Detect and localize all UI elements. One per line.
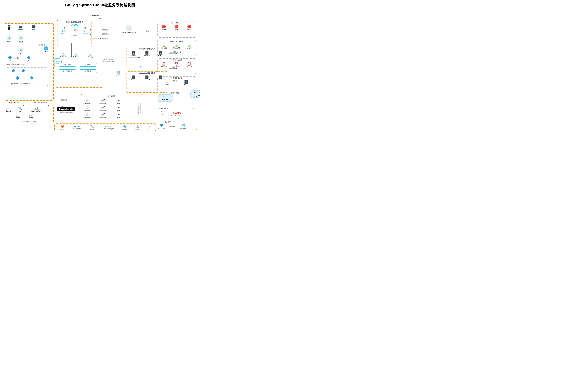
mq-region: 生产/消费 🐇RabbitMQ 🐇RabbitMQ 🐇RabbitMQ 🚀Roc…	[81, 94, 142, 127]
page-title: GitEgg Spring Cloud微服务系统架构图	[0, 0, 200, 9]
gateway3-label: Gateway	[87, 56, 93, 58]
filebeat-label: filebeat	[6, 110, 11, 112]
svg-text:链路追踪: 链路追踪	[61, 99, 67, 101]
ha-slave: 🔷 备	[27, 56, 31, 62]
springboot-cluster2-region: SpringBoot微服务集群 🗄️ Server-A 🗄️ Server-B …	[126, 71, 167, 93]
rollback-label: 回滚	[192, 107, 196, 110]
mybatis-box: MyBatis	[158, 98, 172, 102]
mongodb3-label: MongoDB	[186, 47, 192, 49]
flow-limit-label: 流量限制	[85, 64, 91, 66]
mq-title: 生产/消费	[108, 95, 115, 98]
rocketmq3-label: RocketMQ	[100, 116, 106, 118]
nexus-label: Nexux/Maven	[73, 128, 81, 129]
redis3-label: Redis	[187, 29, 191, 30]
dist-log-label: 分布式日志管理平台	[21, 121, 36, 123]
heartbeat-label: Heartbeat	[14, 57, 20, 59]
redis1-label: Redis	[162, 29, 166, 30]
mybatis-plus-label: MyBatis-Plus	[195, 95, 200, 97]
mycat-label: Mycat读写分离	[158, 107, 168, 110]
nacos-main-label: NACOS	[58, 23, 91, 26]
auth-label: 统一权限认证	[63, 70, 72, 72]
rocketmq2-label: RocketMQ	[100, 110, 106, 111]
kafka2-label: Kafka	[117, 110, 121, 111]
xxljob3-label: XXL-JOB	[186, 66, 192, 68]
mysql-slave-label: Mysql（备）	[180, 128, 188, 130]
devops-region: 🦊 GitLab nexus Nexux/Maven 🔧 Jenkins son…	[54, 123, 156, 131]
minio-label: MinIO	[184, 84, 188, 86]
nginx-node2: 🔷	[21, 69, 25, 73]
nacos-region: 服务发现注册/配置中心 NACOS 注册 ⬡ NACOS 注册 注册 ⬡ NAC…	[57, 20, 91, 47]
register3-label: 注册	[83, 27, 88, 29]
rabbitmq1-label: RabbitMQ	[84, 102, 90, 104]
jdbc-label: JDBC	[163, 96, 167, 97]
sonar-label: Sonar/SonarQube	[103, 128, 114, 130]
gateway1-block: △ Gateway	[60, 52, 66, 58]
springboot-cluster1-region: SpringBoot微服务集群 🗄️ Server-A 🗄️ Server-B …	[126, 47, 167, 69]
server-b2-label: Server-B	[144, 79, 149, 81]
seata-label: 分布式事务Seata	[170, 115, 181, 117]
ddos-block: ⚙️ DDOS	[7, 35, 12, 43]
redis2-label: Redis	[174, 29, 179, 30]
data-persist-region: JDBC Druid/HikariCP MyBatis MyBatis-Plus…	[156, 93, 197, 130]
server-c2-label: Server-C	[157, 79, 163, 81]
harbor-label: Harbor	[135, 129, 140, 130]
ribbon-label: Ribbon负载均衡 限流、熔断、降级	[103, 58, 114, 62]
filter-box: 请求过滤	[80, 69, 97, 73]
rocketmq1-label: RocketMQ	[100, 102, 106, 104]
master-slave-label: 主从复制	[165, 121, 171, 123]
druid-label: Druid/HikariCP	[194, 91, 200, 93]
server-c1-label: Server-C	[157, 55, 163, 56]
devops-label: DevOps 持续集成（CI）和持续交付（CD）	[64, 132, 98, 132]
ha-master-label: 主	[9, 60, 11, 62]
rabbitmq2-label: RabbitMQ	[84, 110, 90, 111]
feign-label: Fegin	[139, 69, 143, 71]
xxljob2-label: XXL-JOB	[173, 66, 180, 68]
mongodb2-label: MongoDB	[173, 47, 180, 49]
spring-boot-admin: 📊 Spring Boot Admin监控	[122, 25, 136, 33]
msg-middleware-label: 消 息 中 间 件	[137, 103, 141, 114]
service-monitor-label: 服务监控	[91, 14, 98, 17]
cdn-block: 🌐 CDN	[43, 46, 48, 52]
vip-label: VIP	[20, 53, 22, 55]
es-block: 🔍 es	[18, 107, 22, 112]
nacos-region-title: 服务发现注册/配置中心	[58, 21, 91, 23]
kibana-label: kibana+graf ana	[31, 110, 41, 112]
auth-box: 统一权限认证	[59, 69, 76, 73]
server-a2-label: Server-A	[131, 79, 136, 81]
sentinel-label: Sentinel	[116, 75, 122, 77]
gateway-region: △ Gateway △ Gateway △ Gateway 路由转发 流量限制 …	[56, 50, 103, 88]
master-hot-label: 主备热切	[170, 126, 176, 128]
nacos-register-label: 注册	[73, 35, 76, 37]
svg-text:应用服务日志采集: 应用服务日志采集	[34, 102, 47, 103]
springboot-cluster2-title: SpringBoot微服务集群	[127, 72, 167, 74]
vip-block: 📡 VIP	[18, 47, 23, 55]
svg-text:Nginx日志采集: Nginx日志采集	[9, 102, 20, 103]
redis-cluster-region: Redis Cluster 🔴 Redis 🔴 Redis 🔴 Redis	[157, 21, 196, 38]
spring-boot-admin-label: Spring Boot Admin监控	[122, 31, 136, 33]
server-a1-label: Server-A	[131, 55, 136, 56]
skywalking-logo: Skywalking▶	[57, 107, 75, 111]
filter-label: 请求过滤	[85, 70, 91, 72]
svg-text:拉取配置: 拉取配置	[102, 38, 108, 39]
svg-marker-11	[100, 38, 101, 39]
seata-text: SEATA	[173, 112, 181, 114]
gateway2-label: Gateway	[73, 56, 79, 58]
ha-label: HAProxy+Keepalived高可用	[7, 64, 25, 66]
docker-label: Docker	[122, 129, 127, 130]
flow-limit-box: 流量限制	[80, 63, 97, 67]
register1-label: 注册	[61, 27, 66, 29]
kibana-block: 📊 kibana+graf ana	[31, 107, 41, 112]
redis-cluster-title: Redis Cluster	[158, 22, 196, 24]
k8s-label: k8s	[148, 129, 150, 130]
jenkins-label: Jenkins	[90, 129, 94, 130]
mongodb-cluster-title: MongoDB Cluster	[158, 41, 196, 42]
svg-text:服务注册: 服务注册	[102, 29, 108, 31]
mobile-icon: 📱	[7, 25, 12, 30]
laptop-icon: 💻	[18, 25, 23, 30]
kafka3-label: Kafka	[117, 116, 121, 118]
skywalking-block: Skywalking▶ 分布式链路监控服务	[57, 107, 75, 113]
mysql-master-label: Mysql（主）	[158, 128, 166, 130]
sentinel-block: 🛡️ Sentinel	[116, 70, 122, 77]
cache-label: 缓存	[146, 30, 149, 32]
kafka1-label: Kafka	[117, 102, 121, 104]
